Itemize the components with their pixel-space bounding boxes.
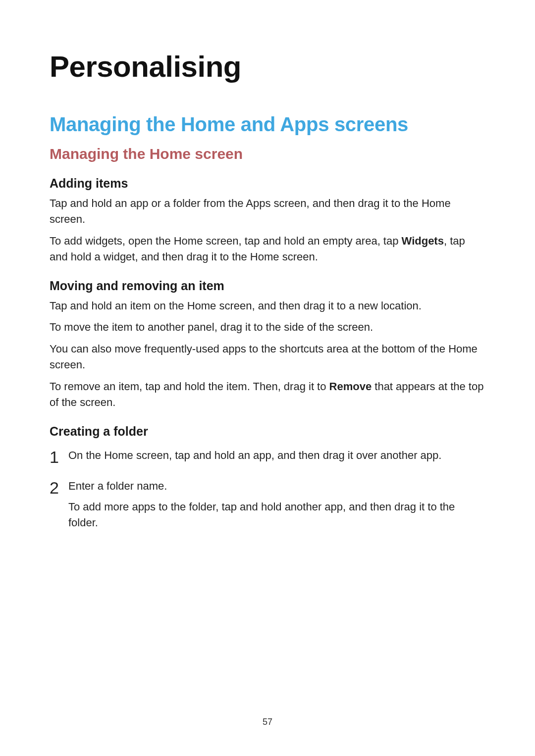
page-title-h1: Personalising (50, 50, 485, 84)
paragraph: To move the item to another panel, drag … (50, 319, 485, 335)
step-body: Enter a folder name. To add more apps to… (68, 478, 485, 536)
paragraph: Tap and hold an app or a folder from the… (50, 196, 485, 227)
paragraph: To add widgets, open the Home screen, ta… (50, 233, 485, 265)
paragraph: To remove an item, tap and hold the item… (50, 379, 485, 410)
numbered-steps: 1 On the Home screen, tap and hold an ap… (50, 448, 485, 536)
heading-moving-removing: Moving and removing an item (50, 279, 485, 293)
bold-text: Widgets (402, 235, 444, 247)
text: To add widgets, open the Home screen, ta… (50, 235, 402, 247)
paragraph: You can also move frequently-used apps t… (50, 341, 485, 373)
paragraph: Enter a folder name. (68, 478, 485, 494)
step-1: 1 On the Home screen, tap and hold an ap… (50, 448, 485, 468)
step-2: 2 Enter a folder name. To add more apps … (50, 478, 485, 536)
paragraph: Tap and hold an item on the Home screen,… (50, 298, 485, 314)
step-number: 2 (50, 478, 68, 496)
paragraph: To add more apps to the folder, tap and … (68, 499, 485, 531)
step-body: On the Home screen, tap and hold an app,… (68, 448, 485, 468)
paragraph: On the Home screen, tap and hold an app,… (68, 448, 485, 463)
text: To remove an item, tap and hold the item… (50, 380, 329, 393)
page-number: 57 (0, 717, 535, 727)
heading-adding-items: Adding items (50, 176, 485, 191)
step-number: 1 (50, 448, 68, 465)
bold-text: Remove (329, 380, 372, 393)
subsection-title-h3: Managing the Home screen (50, 146, 485, 162)
document-page: Personalising Managing the Home and Apps… (0, 0, 535, 756)
section-title-h2: Managing the Home and Apps screens (50, 113, 485, 136)
heading-creating-folder: Creating a folder (50, 424, 485, 439)
